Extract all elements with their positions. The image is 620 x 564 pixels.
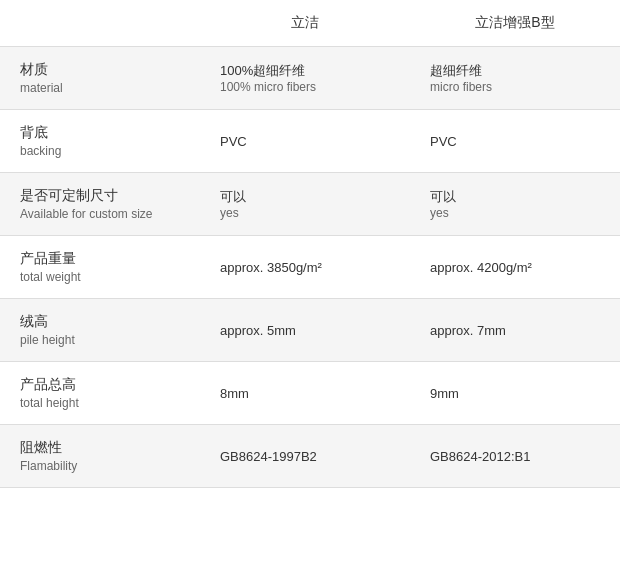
- row-val2: 100%超细纤维100% micro fibers: [200, 47, 410, 110]
- label-zh: 阻燃性: [20, 439, 180, 457]
- label-en: material: [20, 81, 180, 95]
- row-val3: 可以yes: [410, 173, 620, 236]
- label-zh: 材质: [20, 61, 180, 79]
- row-label: 背底backing: [0, 110, 200, 173]
- row-val3: 超细纤维micro fibers: [410, 47, 620, 110]
- label-zh: 是否可定制尺寸: [20, 187, 180, 205]
- comparison-table: 立洁 立洁增强B型 材质material100%超细纤维100% micro f…: [0, 0, 620, 488]
- row-label: 产品重量total weight: [0, 236, 200, 299]
- row-val2: approx. 3850g/m²: [200, 236, 410, 299]
- row-val3: GB8624-2012:B1: [410, 425, 620, 488]
- row-val2: GB8624-1997B2: [200, 425, 410, 488]
- row-label: 产品总高total height: [0, 362, 200, 425]
- table-row: 绒高pile heightapprox. 5mmapprox. 7mm: [0, 299, 620, 362]
- label-en: pile height: [20, 333, 180, 347]
- label-zh: 背底: [20, 124, 180, 142]
- row-val3: approx. 4200g/m²: [410, 236, 620, 299]
- table-row: 是否可定制尺寸Available for custom size可以yes可以y…: [0, 173, 620, 236]
- row-val2: approx. 5mm: [200, 299, 410, 362]
- row-val3: PVC: [410, 110, 620, 173]
- label-zh: 产品重量: [20, 250, 180, 268]
- label-en: total weight: [20, 270, 180, 284]
- row-label: 材质material: [0, 47, 200, 110]
- row-val2: 8mm: [200, 362, 410, 425]
- label-en: Flamability: [20, 459, 180, 473]
- row-val2: 可以yes: [200, 173, 410, 236]
- label-en: backing: [20, 144, 180, 158]
- row-val2: PVC: [200, 110, 410, 173]
- row-val3: 9mm: [410, 362, 620, 425]
- row-val3: approx. 7mm: [410, 299, 620, 362]
- header-col2: 立洁: [200, 0, 410, 47]
- row-label: 阻燃性Flamability: [0, 425, 200, 488]
- label-en: total height: [20, 396, 180, 410]
- table-row: 产品重量total weightapprox. 3850g/m²approx. …: [0, 236, 620, 299]
- label-zh: 产品总高: [20, 376, 180, 394]
- label-en: Available for custom size: [20, 207, 180, 221]
- label-zh: 绒高: [20, 313, 180, 331]
- table-row: 背底backingPVCPVC: [0, 110, 620, 173]
- table-row: 阻燃性FlamabilityGB8624-1997B2GB8624-2012:B…: [0, 425, 620, 488]
- row-label: 是否可定制尺寸Available for custom size: [0, 173, 200, 236]
- header-col1: [0, 0, 200, 47]
- header-col3: 立洁增强B型: [410, 0, 620, 47]
- table-row: 材质material100%超细纤维100% micro fibers超细纤维m…: [0, 47, 620, 110]
- table-row: 产品总高total height8mm9mm: [0, 362, 620, 425]
- row-label: 绒高pile height: [0, 299, 200, 362]
